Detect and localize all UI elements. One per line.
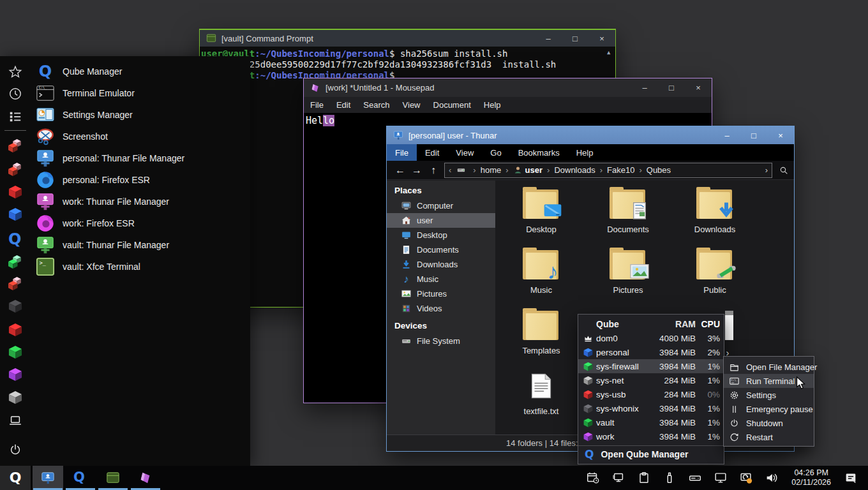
file-templates[interactable]: Templates (498, 308, 585, 369)
qube-row-work[interactable]: work3984 MiB1%› (578, 429, 724, 443)
breadcrumb-home[interactable]: home (481, 165, 502, 175)
mousepad-titlebar[interactable]: [work] *Untitled 1 - Mousepad – □ × (304, 78, 712, 97)
breadcrumb-qubes[interactable]: Qubes (647, 165, 671, 175)
thunar-menu-view[interactable]: View (447, 144, 482, 161)
up-button[interactable]: ↑ (425, 165, 442, 176)
mousepad-menu-document[interactable]: Document (427, 100, 477, 110)
menu-item-vault-xfce-terminal[interactable]: >_vault: Xfce Terminal (31, 256, 248, 278)
partially-hidden-file-icon[interactable] (725, 311, 733, 340)
menu-item-settings-manager[interactable]: Settings Manager (31, 104, 248, 126)
file-public[interactable]: Public (671, 248, 758, 308)
search-icon[interactable] (779, 165, 789, 175)
minimize-icon[interactable]: – (631, 84, 658, 92)
place-file-system[interactable]: File System (387, 334, 495, 348)
tray-screen-update-icon[interactable] (739, 471, 753, 485)
qube-row-sys-net[interactable]: sys-net284 MiB1%› (578, 373, 724, 387)
breadcrumb[interactable]: ‹›home›user›Downloads›Fake10›Qubes› (444, 163, 772, 178)
mousepad-menu-view[interactable]: View (396, 100, 427, 110)
menu-item-personal-thunar-file-manager[interactable]: personal: Thunar File Manager (31, 147, 248, 169)
mousepad-menu-edit[interactable]: Edit (330, 100, 357, 110)
chevron-left-icon[interactable]: ‹ (449, 165, 451, 175)
thunar-menu-help[interactable]: Help (568, 144, 602, 161)
qube-row-dom0[interactable]: dom04080 MiB3% (578, 331, 724, 345)
menu-item-work-thunar-file-manager[interactable]: work: Thunar File Manager (31, 191, 248, 212)
rail-qube-red-disposable-2-icon[interactable] (8, 163, 22, 177)
rail-favorites-icon[interactable] (8, 65, 22, 79)
mousepad-menu-file[interactable]: File (304, 100, 330, 110)
rail-qube-red-icon[interactable] (8, 185, 22, 199)
start-menu-button[interactable]: Q (0, 466, 31, 490)
rail-qube-green-icon[interactable] (8, 345, 22, 359)
forward-button[interactable]: → (408, 165, 425, 176)
place-desktop[interactable]: Desktop (387, 228, 495, 242)
back-button[interactable]: ← (392, 165, 408, 176)
menu-item-qube-manager[interactable]: QQube Manager (31, 61, 248, 82)
mousepad-menu-help[interactable]: Help (477, 100, 507, 110)
tray-volume-icon[interactable] (765, 471, 779, 485)
tray-storage-icon[interactable] (688, 471, 702, 485)
mousepad-menu-search[interactable]: Search (357, 100, 396, 110)
qube-row-sys-firewall[interactable]: sys-firewall3984 MiB1%› (578, 359, 724, 373)
tray-clipboard-icon[interactable] (637, 471, 651, 485)
terminal-titlebar[interactable]: [vault] Command Prompt – □ × (200, 30, 615, 47)
maximize-icon[interactable]: □ (740, 131, 767, 140)
chevron-right-icon[interactable]: › (765, 165, 768, 175)
notifications-icon[interactable] (844, 471, 858, 485)
place-user[interactable]: user (387, 213, 495, 228)
breadcrumb-fake10[interactable]: Fake10 (607, 165, 634, 175)
close-icon[interactable]: × (767, 131, 794, 140)
thunar-menu-edit[interactable]: Edit (417, 144, 447, 161)
qube-row-sys-usb[interactable]: sys-usb284 MiB0%› (578, 387, 724, 401)
maximize-icon[interactable]: □ (658, 84, 685, 92)
rail-recently-used-icon[interactable] (8, 87, 22, 101)
rail-qubes-logo-icon[interactable]: Q (8, 232, 22, 246)
thunar-menu-bookmarks[interactable]: Bookmarks (510, 144, 568, 161)
menu-item-work-firefox-esr[interactable]: work: Firefox ESR (31, 212, 248, 234)
file-downloads[interactable]: Downloads (671, 187, 758, 248)
tray-display-icon[interactable] (714, 471, 728, 485)
breadcrumb-user[interactable]: user (513, 165, 542, 175)
qube-row-sys-whonix[interactable]: sys-whonix3984 MiB1%› (578, 401, 724, 415)
submenu-shutdown[interactable]: Shutdown (724, 416, 814, 430)
taskbar-button-qube-manager[interactable]: Q (65, 466, 96, 490)
place-videos[interactable]: Videos (387, 301, 495, 316)
close-icon[interactable]: × (685, 84, 712, 92)
taskbar-clock[interactable]: 04:26 PM 02/11/2026 (791, 468, 831, 487)
scrollbar-up-arrow[interactable]: ▲ (607, 49, 613, 56)
place-music[interactable]: ♪Music (387, 272, 495, 286)
qube-row-personal[interactable]: personal3984 MiB2%› (578, 345, 724, 359)
submenu-settings[interactable]: Settings (724, 388, 814, 402)
rail-qube-red-2-icon[interactable] (8, 323, 22, 337)
tray-usb-icon[interactable] (662, 471, 677, 485)
tray-schedule-icon[interactable] (586, 471, 600, 485)
taskbar-button-terminal[interactable] (98, 466, 128, 490)
submenu-emergency-pause[interactable]: Emergency pause (724, 402, 814, 416)
place-documents[interactable]: Documents (387, 242, 495, 257)
place-downloads[interactable]: Downloads (387, 257, 495, 272)
menu-item-vault-thunar-file-manager[interactable]: vault: Thunar File Manager (31, 234, 248, 256)
rail-connected-devices-icon[interactable] (8, 413, 22, 427)
breadcrumb-downloads[interactable]: Downloads (554, 165, 595, 175)
qube-row-vault[interactable]: vault3984 MiB1%› (578, 415, 724, 429)
file-desktop[interactable]: Desktop (498, 187, 585, 248)
rail-qube-black-icon[interactable] (8, 299, 22, 313)
rail-all-applications-icon[interactable] (8, 110, 22, 124)
rail-qube-green-disposable-icon[interactable] (8, 255, 22, 269)
submenu-open-file-manager[interactable]: Open File Manager (724, 360, 814, 374)
open-qube-manager-button[interactable]: Q Open Qube Manager (578, 445, 724, 463)
terminal-output-area[interactable]: user@vault:~/QubesIncoming/personal$ sha… (200, 47, 615, 81)
taskbar-button-mousepad[interactable] (130, 466, 161, 490)
rail-qube-red-disposable-icon[interactable] (8, 139, 22, 153)
rail-qube-red-disposable-3-icon[interactable] (8, 277, 22, 291)
close-icon[interactable]: × (588, 34, 615, 43)
minimize-icon[interactable]: – (714, 131, 740, 140)
maximize-icon[interactable]: □ (562, 34, 588, 43)
place-pictures[interactable]: Pictures (387, 286, 495, 301)
place-computer[interactable]: Computer (387, 198, 495, 213)
file-pictures[interactable]: Pictures (585, 248, 671, 308)
menu-item-screenshot[interactable]: Screenshot (31, 126, 248, 147)
menu-item-terminal-emulator[interactable]: C:\_Terminal Emulator (31, 82, 248, 104)
file-textfile-txt[interactable]: textfile.txt (498, 369, 585, 429)
taskbar-button-thunar[interactable] (33, 466, 63, 490)
menu-item-personal-firefox-esr[interactable]: personal: Firefox ESR (31, 169, 248, 191)
